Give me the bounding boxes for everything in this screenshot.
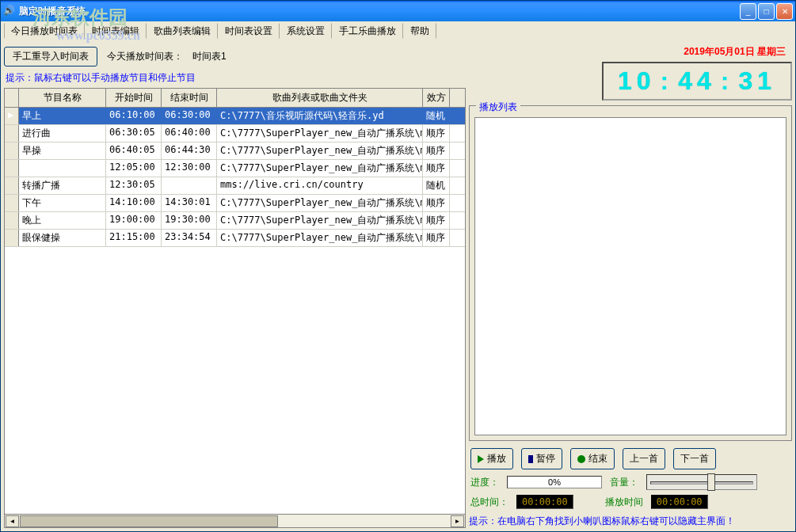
date-display: 2019年05月01日 星期三 bbox=[469, 44, 792, 62]
menu-help[interactable]: 帮助 bbox=[403, 23, 436, 39]
cell-mode: 顺序 bbox=[423, 230, 450, 246]
table-row[interactable]: 下午14:10:0014:30:01C:\7777\SuperPlayer_ne… bbox=[5, 195, 465, 212]
cell-start: 12:05:00 bbox=[106, 160, 162, 177]
cell-end: 19:30:00 bbox=[162, 212, 217, 229]
left-panel: 手工重导入时间表 今天播放时间表： 时间表1 提示：鼠标右键可以手动播放节目和停… bbox=[4, 44, 466, 528]
menu-schedule-edit[interactable]: 时间表编辑 bbox=[85, 23, 147, 39]
cell-mode: 顺序 bbox=[423, 125, 450, 142]
play-icon bbox=[478, 455, 484, 463]
volume-slider[interactable] bbox=[646, 474, 757, 490]
volume-label: 音量： bbox=[610, 476, 638, 489]
col-start-time[interactable]: 开始时间 bbox=[106, 89, 162, 107]
scroll-right-icon[interactable]: ► bbox=[451, 515, 464, 527]
stop-icon bbox=[577, 455, 585, 463]
cell-start: 06:30:05 bbox=[106, 125, 162, 142]
row-indicator bbox=[5, 177, 19, 194]
col-program-name[interactable]: 节目名称 bbox=[19, 89, 106, 107]
row-indicator bbox=[5, 195, 19, 211]
row-indicator bbox=[5, 230, 19, 246]
played-time-label: 播放时间 bbox=[605, 496, 643, 509]
cell-name: 早上 bbox=[19, 108, 106, 124]
playlist-label: 播放列表 bbox=[476, 101, 520, 114]
cell-name: 进行曲 bbox=[19, 125, 106, 142]
row-indicator: ▶ bbox=[5, 108, 19, 124]
total-time-value: 00:00:00 bbox=[516, 495, 573, 509]
cell-start: 06:10:00 bbox=[106, 108, 162, 124]
next-button[interactable]: 下一首 bbox=[673, 448, 716, 469]
play-button[interactable]: 播放 bbox=[470, 448, 513, 469]
row-indicator bbox=[5, 160, 19, 177]
scroll-left-icon[interactable]: ◄ bbox=[6, 515, 19, 527]
title-bar: 🔊 脑定时播音系统 _ □ ✕ bbox=[1, 1, 795, 21]
cell-mode: 顺序 bbox=[423, 195, 450, 211]
table-row[interactable]: 晚上19:00:0019:30:00C:\7777\SuperPlayer_ne… bbox=[5, 212, 465, 230]
cell-end: 06:30:00 bbox=[162, 108, 217, 124]
cell-path: C:\7777\SuperPlayer_new_自动广播系统\m bbox=[217, 142, 423, 159]
cell-path: C:\7777\SuperPlayer_new_自动广播系统\m bbox=[217, 212, 423, 229]
cell-name bbox=[19, 160, 106, 177]
cell-path: C:\7777\SuperPlayer_new_自动广播系统\m bbox=[217, 125, 423, 142]
maximize-button[interactable]: □ bbox=[758, 3, 775, 20]
cell-path: C:\7777\SuperPlayer_new_自动广播系统\m bbox=[217, 230, 423, 246]
table-row[interactable]: 早操06:40:0506:44:30C:\7777\SuperPlayer_ne… bbox=[5, 142, 465, 160]
menu-schedule-settings[interactable]: 时间表设置 bbox=[218, 23, 280, 39]
cell-start: 21:15:00 bbox=[106, 230, 162, 246]
cell-name: 晚上 bbox=[19, 212, 106, 229]
scroll-thumb[interactable] bbox=[20, 515, 278, 527]
cell-start: 06:40:05 bbox=[106, 142, 162, 159]
col-path[interactable]: 歌曲列表或歌曲文件夹 bbox=[217, 89, 423, 107]
menu-songlist-edit[interactable]: 歌曲列表编辑 bbox=[147, 23, 218, 39]
menu-manual-play[interactable]: 手工乐曲播放 bbox=[332, 23, 403, 39]
cell-path: C:\7777\音乐视听源代码\轻音乐.yd bbox=[217, 108, 423, 124]
cell-name: 下午 bbox=[19, 195, 106, 211]
right-panel: 2019年05月01日 星期三 10:44:31 播放列表 播放 暂停 结束 上… bbox=[469, 44, 792, 528]
table-row[interactable]: 12:05:0012:30:00C:\7777\SuperPlayer_new_… bbox=[5, 160, 465, 177]
stop-button[interactable]: 结束 bbox=[570, 448, 615, 469]
row-indicator bbox=[5, 125, 19, 142]
cell-path: C:\7777\SuperPlayer_new_自动广播系统\m bbox=[217, 195, 423, 211]
cell-start: 12:30:05 bbox=[106, 177, 162, 194]
volume-thumb[interactable] bbox=[707, 473, 715, 491]
window-title: 脑定时播音系统 bbox=[19, 5, 740, 18]
grid-horizontal-scrollbar[interactable]: ◄ ► bbox=[5, 514, 465, 527]
table-row[interactable]: 眼保健操21:15:0023:34:54C:\7777\SuperPlayer_… bbox=[5, 230, 465, 247]
cell-start: 14:10:00 bbox=[106, 195, 162, 211]
cell-path: mms://live.cri.cn/country bbox=[217, 177, 423, 194]
table-row[interactable]: 转播广播12:30:05mms://live.cri.cn/country随机 bbox=[5, 177, 465, 195]
close-button[interactable]: ✕ bbox=[776, 3, 793, 20]
cell-mode: 顺序 bbox=[423, 142, 450, 159]
progress-bar[interactable]: 0% bbox=[507, 476, 602, 488]
menu-today-schedule[interactable]: 今日播放时间表 bbox=[4, 23, 85, 39]
pause-button[interactable]: 暂停 bbox=[521, 448, 562, 469]
prev-button[interactable]: 上一首 bbox=[623, 448, 665, 469]
today-schedule-label: 今天播放时间表： bbox=[107, 50, 183, 63]
col-mode[interactable]: 效方 bbox=[423, 89, 450, 107]
app-icon: 🔊 bbox=[3, 5, 16, 17]
cell-end: 14:30:01 bbox=[162, 195, 217, 211]
cell-end: 12:30:00 bbox=[162, 160, 217, 177]
row-indicator bbox=[5, 212, 19, 229]
menu-system-settings[interactable]: 系统设置 bbox=[280, 23, 332, 39]
reimport-button[interactable]: 手工重导入时间表 bbox=[4, 47, 97, 66]
total-time-label: 总时间： bbox=[470, 496, 508, 509]
progress-label: 进度： bbox=[470, 476, 499, 489]
cell-mode: 顺序 bbox=[423, 212, 450, 229]
cell-end: 06:44:30 bbox=[162, 142, 217, 159]
cell-mode: 随机 bbox=[423, 108, 450, 124]
cell-path: C:\7777\SuperPlayer_new_自动广播系统\m bbox=[217, 160, 423, 177]
table-row[interactable]: ▶早上06:10:0006:30:00C:\7777\音乐视听源代码\轻音乐.y… bbox=[5, 108, 465, 125]
cell-end bbox=[162, 177, 217, 194]
menu-bar: 今日播放时间表 时间表编辑 歌曲列表编辑 时间表设置 系统设置 手工乐曲播放 帮… bbox=[1, 21, 795, 40]
table-row[interactable]: 进行曲06:30:0506:40:00C:\7777\SuperPlayer_n… bbox=[5, 125, 465, 142]
cell-name: 早操 bbox=[19, 142, 106, 159]
schedule-grid[interactable]: 节目名称 开始时间 结束时间 歌曲列表或歌曲文件夹 效方 ▶早上06:10:00… bbox=[4, 88, 466, 528]
app-window: 🔊 脑定时播音系统 _ □ ✕ 河东软件园 www.pc0359.cn 今日播放… bbox=[0, 0, 796, 532]
row-indicator bbox=[5, 142, 19, 159]
cell-name: 转播广播 bbox=[19, 177, 106, 194]
cell-end: 06:40:00 bbox=[162, 125, 217, 142]
playlist-box[interactable] bbox=[474, 117, 786, 435]
grid-header: 节目名称 开始时间 结束时间 歌曲列表或歌曲文件夹 效方 bbox=[5, 89, 465, 108]
minimize-button[interactable]: _ bbox=[740, 3, 756, 20]
left-hint: 提示：鼠标右键可以手动播放节目和停止节目 bbox=[4, 70, 466, 88]
col-end-time[interactable]: 结束时间 bbox=[162, 89, 217, 107]
